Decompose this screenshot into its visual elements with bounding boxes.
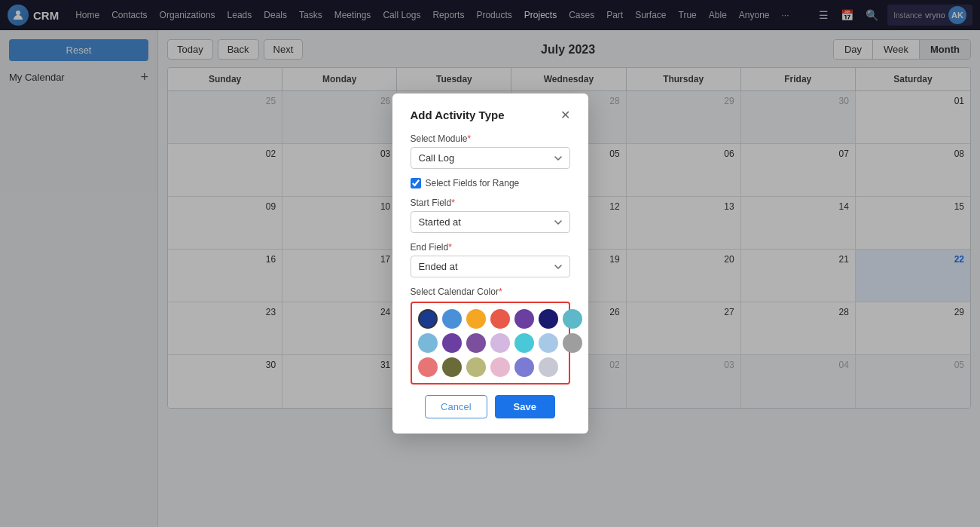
select-fields-label[interactable]: Select Fields for Range	[426, 178, 520, 188]
color-dot-2[interactable]	[466, 309, 486, 329]
color-dot-15[interactable]	[442, 357, 462, 377]
color-dot-16[interactable]	[466, 357, 486, 377]
add-activity-modal: Add Activity Type ✕ Select Module* Call …	[392, 93, 588, 434]
color-dot-13[interactable]	[563, 333, 582, 353]
select-module-dropdown[interactable]: Call Log	[411, 147, 570, 169]
select-module-label: Select Module*	[411, 133, 570, 144]
color-dot-17[interactable]	[490, 357, 510, 377]
color-dot-14[interactable]	[418, 357, 438, 377]
color-grid	[418, 309, 563, 377]
color-dot-11[interactable]	[514, 333, 534, 353]
color-dot-9[interactable]	[466, 333, 486, 353]
start-field-group: Start Field* Started at	[411, 198, 570, 233]
select-module-group: Select Module* Call Log	[411, 133, 570, 169]
select-fields-checkbox[interactable]	[411, 178, 421, 188]
color-dot-12[interactable]	[539, 333, 558, 353]
cancel-button[interactable]: Cancel	[425, 395, 487, 418]
end-field-dropdown[interactable]: Ended at	[411, 256, 570, 277]
start-field-label: Start Field*	[411, 198, 570, 208]
color-dot-18[interactable]	[514, 357, 534, 377]
modal-close-button[interactable]: ✕	[560, 109, 570, 121]
color-dot-3[interactable]	[490, 309, 510, 329]
end-field-label: End Field*	[411, 242, 570, 253]
color-dot-7[interactable]	[418, 333, 438, 353]
modal-header: Add Activity Type ✕	[411, 109, 570, 121]
color-dot-8[interactable]	[442, 333, 462, 353]
modal-title: Add Activity Type	[411, 109, 505, 121]
select-fields-range-row: Select Fields for Range	[411, 178, 570, 188]
color-dot-1[interactable]	[442, 309, 462, 329]
modal-overlay: Add Activity Type ✕ Select Module* Call …	[0, 0, 980, 527]
end-field-group: End Field* Ended at	[411, 242, 570, 277]
save-button[interactable]: Save	[495, 395, 555, 418]
color-dot-10[interactable]	[490, 333, 510, 353]
color-dot-5[interactable]	[539, 309, 558, 329]
color-dot-0[interactable]	[418, 309, 438, 329]
color-dot-19[interactable]	[539, 357, 558, 377]
start-field-dropdown[interactable]: Started at	[411, 211, 570, 233]
color-dot-6[interactable]	[563, 309, 582, 329]
color-picker-box	[411, 302, 570, 385]
color-label: Select Calendar Color*	[411, 286, 570, 297]
color-dot-4[interactable]	[514, 309, 534, 329]
modal-footer: Cancel Save	[411, 395, 570, 418]
color-picker-section: Select Calendar Color*	[411, 286, 570, 385]
